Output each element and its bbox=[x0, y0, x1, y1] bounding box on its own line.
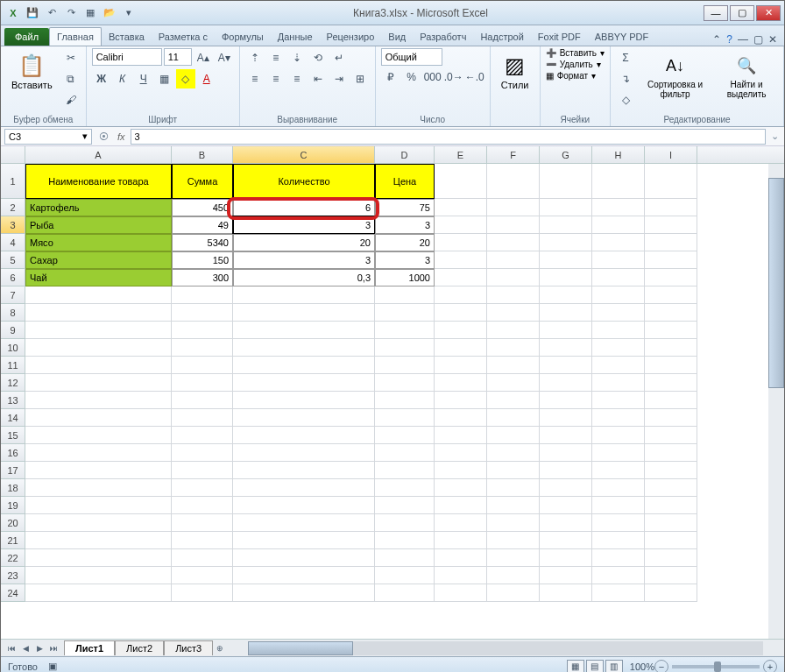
cell-i16[interactable] bbox=[645, 444, 697, 462]
cell-a11[interactable] bbox=[25, 357, 172, 374]
cell-h16[interactable] bbox=[592, 444, 645, 462]
cell-h21[interactable] bbox=[592, 532, 645, 549]
page-layout-view-icon[interactable]: ▤ bbox=[586, 660, 604, 673]
cell-g20[interactable] bbox=[540, 514, 592, 532]
cell-c5[interactable]: 3 bbox=[233, 251, 375, 269]
cell-b16[interactable] bbox=[172, 444, 233, 462]
cell-b10[interactable] bbox=[172, 339, 233, 357]
indent-inc-icon[interactable]: ⇥ bbox=[329, 69, 349, 88]
cell-f6[interactable] bbox=[487, 269, 540, 286]
cell-g14[interactable] bbox=[540, 409, 592, 427]
cell-h23[interactable] bbox=[592, 567, 645, 584]
cell-a22[interactable] bbox=[25, 549, 172, 567]
cell-d4[interactable]: 20 bbox=[375, 234, 435, 251]
cell-g3[interactable] bbox=[540, 216, 592, 234]
cell-i19[interactable] bbox=[645, 497, 697, 514]
cell-h22[interactable] bbox=[592, 549, 645, 567]
cell-h6[interactable] bbox=[592, 269, 645, 286]
cell-g1[interactable] bbox=[540, 164, 592, 199]
sheet-tab-2[interactable]: Лист2 bbox=[115, 640, 164, 655]
cell-c10[interactable] bbox=[233, 339, 375, 357]
col-header-b[interactable]: B bbox=[172, 146, 233, 163]
decrease-font-icon[interactable]: A▾ bbox=[215, 48, 234, 67]
wrap-text-icon[interactable]: ↵ bbox=[329, 48, 349, 67]
cut-icon[interactable]: ✂ bbox=[61, 48, 81, 67]
cell-h17[interactable] bbox=[592, 462, 645, 479]
close-button[interactable]: ✕ bbox=[756, 5, 781, 21]
tab-home[interactable]: Главная bbox=[49, 27, 102, 46]
cell-b3[interactable]: 49 bbox=[172, 216, 233, 234]
cell-g10[interactable] bbox=[540, 339, 592, 357]
cell-h20[interactable] bbox=[592, 514, 645, 532]
cell-c9[interactable] bbox=[233, 322, 375, 339]
cell-f13[interactable] bbox=[487, 392, 540, 409]
row-header-13[interactable]: 13 bbox=[1, 392, 25, 409]
cell-i10[interactable] bbox=[645, 339, 697, 357]
zoom-level[interactable]: 100% bbox=[630, 661, 654, 672]
cell-f14[interactable] bbox=[487, 409, 540, 427]
cell-c15[interactable] bbox=[233, 427, 375, 444]
insert-cells-button[interactable]: ➕Вставить▾ bbox=[546, 48, 605, 58]
row-header-3[interactable]: 3 bbox=[1, 216, 25, 234]
font-color-icon[interactable]: A bbox=[197, 69, 216, 88]
page-break-view-icon[interactable]: ▥ bbox=[605, 660, 623, 673]
cell-f8[interactable] bbox=[487, 304, 540, 322]
cell-e20[interactable] bbox=[435, 514, 487, 532]
cell-e18[interactable] bbox=[435, 479, 487, 497]
ribbon-close-icon[interactable]: ✕ bbox=[768, 33, 777, 46]
cell-f22[interactable] bbox=[487, 549, 540, 567]
name-box[interactable]: C3 ▾ bbox=[4, 129, 92, 145]
cell-b21[interactable] bbox=[172, 532, 233, 549]
cell-g7[interactable] bbox=[540, 286, 592, 304]
file-tab[interactable]: Файл bbox=[4, 28, 49, 46]
cell-f17[interactable] bbox=[487, 462, 540, 479]
zoom-slider[interactable] bbox=[672, 665, 760, 668]
redo-icon[interactable]: ↷ bbox=[62, 4, 80, 22]
row-header-1[interactable]: 1 bbox=[1, 164, 25, 199]
cell-g23[interactable] bbox=[540, 567, 592, 584]
decrease-decimal-icon[interactable]: ←.0 bbox=[465, 67, 484, 87]
cell-a24[interactable] bbox=[25, 584, 172, 602]
cell-i8[interactable] bbox=[645, 304, 697, 322]
cell-g9[interactable] bbox=[540, 322, 592, 339]
cell-g12[interactable] bbox=[540, 374, 592, 392]
cell-g13[interactable] bbox=[540, 392, 592, 409]
cell-i11[interactable] bbox=[645, 357, 697, 374]
cell-g22[interactable] bbox=[540, 549, 592, 567]
align-center-icon[interactable]: ≡ bbox=[266, 69, 286, 88]
percent-icon[interactable]: % bbox=[402, 67, 421, 87]
col-header-a[interactable]: A bbox=[25, 146, 172, 163]
row-header-14[interactable]: 14 bbox=[1, 409, 25, 427]
cell-g18[interactable] bbox=[540, 479, 592, 497]
cell-d10[interactable] bbox=[375, 339, 435, 357]
cell-f16[interactable] bbox=[487, 444, 540, 462]
cell-i18[interactable] bbox=[645, 479, 697, 497]
cell-b14[interactable] bbox=[172, 409, 233, 427]
open-icon[interactable]: 📂 bbox=[101, 4, 118, 22]
row-header-15[interactable]: 15 bbox=[1, 427, 25, 444]
vertical-scrollbar[interactable] bbox=[768, 164, 784, 639]
cell-d19[interactable] bbox=[375, 497, 435, 514]
cell-g21[interactable] bbox=[540, 532, 592, 549]
format-painter-icon[interactable]: 🖌 bbox=[61, 90, 81, 110]
cell-f9[interactable] bbox=[487, 322, 540, 339]
cell-a16[interactable] bbox=[25, 444, 172, 462]
align-left-icon[interactable]: ≡ bbox=[245, 69, 265, 88]
row-header-18[interactable]: 18 bbox=[1, 479, 25, 497]
cell-a20[interactable] bbox=[25, 514, 172, 532]
clear-icon[interactable]: ◇ bbox=[616, 90, 635, 110]
tab-formulas[interactable]: Формулы bbox=[215, 28, 271, 46]
cell-b9[interactable] bbox=[172, 322, 233, 339]
cell-f2[interactable] bbox=[487, 199, 540, 216]
col-header-c[interactable]: C bbox=[233, 146, 375, 163]
cell-e10[interactable] bbox=[435, 339, 487, 357]
format-cells-button[interactable]: ▦Формат▾ bbox=[546, 71, 597, 81]
cell-f3[interactable] bbox=[487, 216, 540, 234]
cell-i13[interactable] bbox=[645, 392, 697, 409]
cell-i7[interactable] bbox=[645, 286, 697, 304]
cell-h8[interactable] bbox=[592, 304, 645, 322]
cell-a15[interactable] bbox=[25, 427, 172, 444]
cell-g16[interactable] bbox=[540, 444, 592, 462]
minimize-button[interactable]: — bbox=[704, 5, 728, 21]
cell-f21[interactable] bbox=[487, 532, 540, 549]
